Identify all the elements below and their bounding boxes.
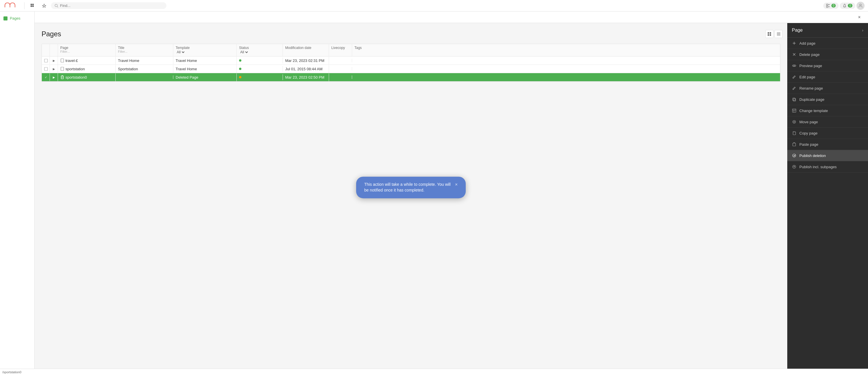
- page-icon: [60, 59, 64, 63]
- search-input[interactable]: [60, 3, 163, 8]
- panel-action-preview-page[interactable]: Preview page: [787, 60, 868, 71]
- panel-action-publish-deletion[interactable]: Publish deletion: [787, 150, 868, 161]
- action-label: Edit page: [799, 75, 815, 79]
- publish2-icon: [792, 165, 797, 169]
- svg-rect-1: [32, 4, 34, 5]
- panel-action-add-page[interactable]: Add page: [787, 38, 868, 49]
- status-bar: /sportstation0: [0, 369, 868, 375]
- col-status: Status All: [237, 44, 283, 56]
- row-date: Mar 23, 2023 02:50 PM: [283, 73, 329, 81]
- table-row[interactable]: ▶ travel-£ Travel Home Travel Home Mar 2…: [42, 57, 780, 65]
- panel-title: Page: [792, 28, 803, 33]
- expand-icon[interactable]: ▶: [52, 58, 55, 63]
- col-title: Title Filter...: [116, 44, 173, 56]
- row-page-name: sportstation: [65, 67, 85, 71]
- magnolia-logo[interactable]: [3, 2, 21, 9]
- row-livecopy: [329, 67, 352, 71]
- svg-rect-21: [61, 59, 64, 62]
- row-page: sportstation0: [58, 73, 116, 81]
- row-expand[interactable]: ▶: [50, 65, 58, 73]
- x-icon: [792, 52, 797, 57]
- row-title: [116, 75, 173, 79]
- col-expand: [50, 44, 58, 56]
- action-bar-close[interactable]: ×: [855, 13, 863, 21]
- checkbox-unchecked[interactable]: [44, 59, 48, 63]
- action-label: Rename page: [799, 86, 823, 91]
- panel-action-edit-page[interactable]: Edit page: [787, 71, 868, 83]
- panel-close-button[interactable]: ›: [862, 28, 863, 33]
- svg-rect-9: [827, 6, 828, 7]
- template-filter[interactable]: All: [176, 50, 185, 55]
- table-row[interactable]: ▶ sportstation Sportstation Travel Home …: [42, 65, 780, 73]
- status-filter[interactable]: All: [239, 50, 249, 55]
- panel-actions: Add page Delete page Preview page: [787, 38, 868, 173]
- notifications-badge: 0: [848, 4, 852, 7]
- svg-point-34: [794, 65, 795, 66]
- tasks-badge: 0: [831, 4, 836, 7]
- col-page: Page Filter...: [58, 44, 116, 56]
- svg-point-12: [860, 4, 861, 6]
- row-status: [237, 74, 283, 80]
- expand-icon[interactable]: ▶: [52, 67, 55, 71]
- move-icon: [792, 120, 797, 124]
- search-bar[interactable]: [51, 2, 166, 9]
- panel-action-paste-page[interactable]: Paste page: [787, 139, 868, 150]
- bell-icon: [843, 4, 847, 8]
- favorites-icon[interactable]: [39, 1, 49, 10]
- svg-rect-23: [61, 67, 64, 71]
- panel-header: Page ›: [787, 23, 868, 38]
- action-label: Delete page: [799, 53, 819, 57]
- row-title: Sportstation: [116, 65, 173, 73]
- svg-point-33: [793, 65, 796, 67]
- row-expand[interactable]: ▶: [50, 57, 58, 65]
- main-area: × Pages Page: [35, 11, 868, 375]
- expand-icon[interactable]: ▶: [52, 75, 55, 79]
- page-icon: [60, 67, 64, 71]
- row-checkbox[interactable]: [42, 57, 50, 64]
- row-date: Jul 01, 2015 08:44 AM: [283, 65, 329, 73]
- col-checkbox: [42, 44, 50, 56]
- row-checkbox[interactable]: [42, 65, 50, 73]
- row-expand[interactable]: ▶: [50, 73, 58, 81]
- svg-marker-4: [42, 4, 46, 7]
- action-label: Change template: [799, 109, 828, 113]
- panel-action-rename-page[interactable]: Rename page: [787, 83, 868, 94]
- toast-close-button[interactable]: ×: [455, 182, 458, 187]
- user-avatar[interactable]: [857, 2, 865, 10]
- eye-icon: [792, 63, 797, 68]
- checkbox-checked[interactable]: [44, 75, 47, 79]
- col-template: Template All: [173, 44, 237, 56]
- template-icon: [792, 108, 797, 113]
- action-label: Move page: [799, 120, 818, 124]
- checkbox-unchecked[interactable]: [44, 67, 48, 71]
- row-title: Travel Home: [116, 57, 173, 65]
- row-checkbox[interactable]: [42, 73, 50, 81]
- table-header: Page Filter... Title Filter... Template …: [42, 44, 780, 57]
- status-dot-green: [239, 68, 241, 70]
- panel-action-change-template[interactable]: Change template: [787, 105, 868, 116]
- panel-action-move-page[interactable]: Move page: [787, 116, 868, 128]
- grid-view-button[interactable]: [765, 30, 773, 38]
- svg-rect-22: [44, 67, 48, 71]
- sidebar: Pages: [0, 11, 35, 375]
- notifications-button[interactable]: 0: [840, 3, 855, 9]
- sidebar-item-pages[interactable]: Pages: [0, 14, 34, 23]
- action-label: Publish incl. subpages: [799, 165, 837, 169]
- row-tags: [352, 75, 381, 79]
- row-template: Travel Home: [173, 57, 237, 65]
- row-template: Travel Home: [173, 65, 237, 73]
- apps-icon[interactable]: [28, 1, 37, 10]
- col-livecopy: Livecopy: [329, 44, 352, 56]
- panel-action-duplicate-page[interactable]: Duplicate page: [787, 94, 868, 105]
- svg-rect-7: [827, 4, 828, 5]
- row-tags: [352, 67, 381, 71]
- list-view-button[interactable]: [775, 30, 783, 38]
- svg-rect-13: [768, 32, 769, 34]
- nav-right: 0 0: [823, 2, 865, 10]
- tasks-button[interactable]: 0: [823, 3, 839, 9]
- panel-action-publish-subpages[interactable]: Publish incl. subpages: [787, 161, 868, 173]
- status-dot-orange: [239, 76, 241, 78]
- panel-action-copy-page[interactable]: Copy page: [787, 128, 868, 139]
- panel-action-delete-page[interactable]: Delete page: [787, 49, 868, 60]
- table-row-selected[interactable]: ▶ sportstation0 Deleted Page Mar 23, 202…: [42, 73, 780, 81]
